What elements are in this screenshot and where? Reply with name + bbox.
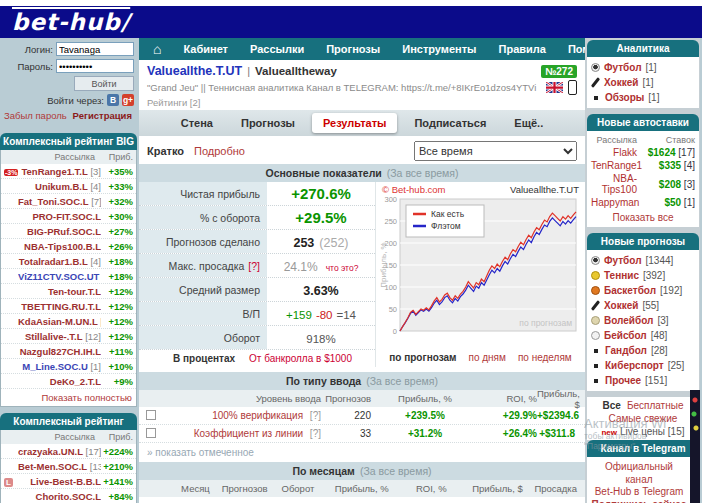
register-link[interactable]: Регистрация [73,110,132,121]
site-logo[interactable]: bet-hub/ [12,9,130,35]
rating-row[interactable]: Fat_Toni.SOC.L [7]+32% [1,194,136,209]
rating-title[interactable]: Комплексный рейтинг [0,413,137,430]
sport-category[interactable]: Баскетбол[192] [591,283,695,298]
rating-row[interactable]: Ten-tour.T.L+12% [1,284,136,299]
rating-row[interactable]: DeKo_2.T.L+9% [1,374,136,389]
tab-прогнозы[interactable]: Прогнозы [230,113,306,133]
chart-brand-link[interactable]: © Bet-hub.com [382,184,446,195]
free-link[interactable]: Бесплатные [627,400,684,411]
tipster-link[interactable]: BIG-PRuf.SOC.L [27,226,101,237]
input-level-link[interactable]: Коэффициент из линии [?] [163,428,321,439]
rating-row[interactable]: LLive-Best-B.B.L+141% [1,474,136,489]
tab-результаты[interactable]: Результаты [312,113,397,133]
fresh-link[interactable]: Самые свежие [609,413,678,424]
sport-category[interactable]: Киберспорт[25] [591,358,695,373]
autobet-row[interactable]: Flakk$1624 [17] [591,146,695,159]
all-link[interactable]: Все [603,400,621,411]
tipster-name-link[interactable]: Valueallthe.T.UT [147,64,242,78]
sport-category[interactable]: Волейбол[3] [591,313,695,328]
home-icon[interactable]: ⌂ [153,39,161,59]
help-icon[interactable]: [?] [307,428,321,439]
tipster-link[interactable]: Ten-tour.T.L [48,286,101,297]
tipster-link[interactable]: KdaAsian-M.UN.L [18,316,98,327]
detailed-toggle[interactable]: Подробно [194,145,245,157]
input-level-link[interactable]: 100% верификация [?] [163,410,321,421]
login-button[interactable]: Войти [74,76,134,91]
rating-row[interactable]: Stillalive-.T.L [12]+12% [1,329,136,344]
tipster-link[interactable]: DeKo_2.T.L [50,376,101,387]
rating-row[interactable]: PRO-FIT.SOC.L+30% [1,209,136,224]
rating-row[interactable]: ViZ11CTV.SOC.UT [3]+18% [1,269,136,284]
google-plus-icon[interactable]: g+ [122,94,134,106]
rating-title[interactable]: Комплексный рейтинг BIG [0,133,137,150]
nav-item-рассылки[interactable]: Рассылки [250,43,304,55]
help-icon[interactable]: [?] [307,410,321,421]
row-checkbox[interactable] [146,410,156,420]
tipster-link[interactable]: ViZ11CTV.SOC.UT [18,271,99,282]
rating-row[interactable]: Bet-Men.SOC.L [13]+210% [1,459,136,474]
password-input[interactable] [56,59,134,73]
period-select[interactable]: Все время [414,141,577,161]
tipster-link[interactable]: Fat_Toni.SOC.L [18,196,89,207]
analytics-block-title[interactable]: Аналитика [587,40,699,57]
nav-item-правила[interactable]: Правила [499,43,546,55]
tipster-link[interactable]: crazyaka.UN.L [18,446,83,457]
chart-mode-2[interactable]: по неделям [518,352,572,363]
sport-category[interactable]: Хоккей[1] [591,75,695,90]
rating-row[interactable]: NBA-Tips100.B.L+26% [1,239,136,254]
tipster-link[interactable]: Flakk [591,147,643,158]
sport-category[interactable]: Теннис[392] [591,268,695,283]
tipster-link[interactable]: TBETTING.RU.T.L [21,301,101,312]
mobile-icon[interactable] [568,80,577,95]
tipster-link[interactable]: Happyman [591,197,645,208]
ratings-link[interactable]: Рейтинги [2] [147,97,577,108]
nav-item-прогнозы[interactable]: Прогнозы [326,43,380,55]
login-input[interactable] [56,42,134,56]
tipster-link[interactable]: NBA-Tips100.B.L [24,241,101,252]
chart-mode-1[interactable]: по дням [468,352,505,363]
rating-row[interactable]: crazyaka.UN.L [17]+224% [1,444,136,459]
forgot-password-link[interactable]: Забыл пароль [4,110,67,121]
autobet-row[interactable]: NBA-Tips100$208 [3] [591,172,695,196]
sport-category[interactable]: Гандбол[28] [591,343,695,358]
rating-row[interactable]: -3%TenRange1.T.L [3]+35% [1,164,136,179]
tab-стена[interactable]: Стена [170,113,224,133]
sport-category[interactable]: Прочее[151] [591,373,695,388]
show-all-link[interactable]: Показать полностью [1,389,136,404]
autobet-row[interactable]: TenRange1$335 [4] [591,159,695,172]
tipster-link[interactable]: Live-Best-B.B.L [30,476,101,487]
help-icon[interactable]: [?] [248,260,260,272]
sport-category[interactable]: Обзоры[1] [591,90,695,105]
vk-icon[interactable]: B [107,94,119,106]
tipster-link[interactable]: TenRange1 [591,160,648,171]
rating-row[interactable]: TBETTING.RU.T.L+12% [1,299,136,314]
rating-row[interactable]: M_Line.SOC.U [1]+10% [1,359,136,374]
tipster-link[interactable]: M_Line.SOC.U [22,361,87,372]
row-checkbox[interactable] [146,428,156,438]
autobets-block-title[interactable]: Новые автоставки [587,114,699,131]
tipster-link[interactable]: Unikum.B.L [35,181,88,192]
tipster-link[interactable]: TenRange1.T.L [21,166,87,177]
tipster-link[interactable]: PRO-FIT.SOC.L [32,211,101,222]
rating-row[interactable]: Chorito.SOC.L+84% [1,489,136,503]
new-forecasts-block-title[interactable]: Новые прогнозы [587,233,699,250]
nav-item-кабинет[interactable]: Кабинет [183,43,228,55]
rating-row[interactable]: BIG-PRuf.SOC.L+27% [1,224,136,239]
sport-category[interactable]: Футбол[1] [591,60,695,75]
bankroll-mode-link[interactable]: От банкролла в $1000 [249,353,352,364]
tipster-link[interactable]: Chorito.SOC.L [36,491,101,502]
telegram-block-title[interactable]: Канал в Telegram [587,440,699,457]
telegram-subscribe-link[interactable]: Подпишись сейчас [591,499,687,503]
rating-row[interactable]: Unikum.B.L [4]+33% [1,179,136,194]
tab-подписаться[interactable]: Подписаться [403,113,497,133]
brief-toggle[interactable]: Кратко [147,145,184,157]
show-marked-link[interactable]: » показать отмеченное [139,443,585,462]
tipster-link[interactable]: Bet-Men.SOC.L [18,461,87,472]
autobet-row[interactable]: Happyman$50 [1] [591,196,695,209]
tipster-link[interactable]: Totalradar1.B.L [19,256,88,267]
live-prices-link[interactable]: Live цены [15] [620,426,684,437]
tipster-link[interactable]: Stillalive-.T.L [25,331,83,342]
rating-row[interactable]: Totalradar1.B.L [4]+18% [1,254,136,269]
sport-category[interactable]: Бейсбол[48] [591,328,695,343]
tipster-link[interactable]: Nazgul827CH.IH.L [20,346,101,357]
